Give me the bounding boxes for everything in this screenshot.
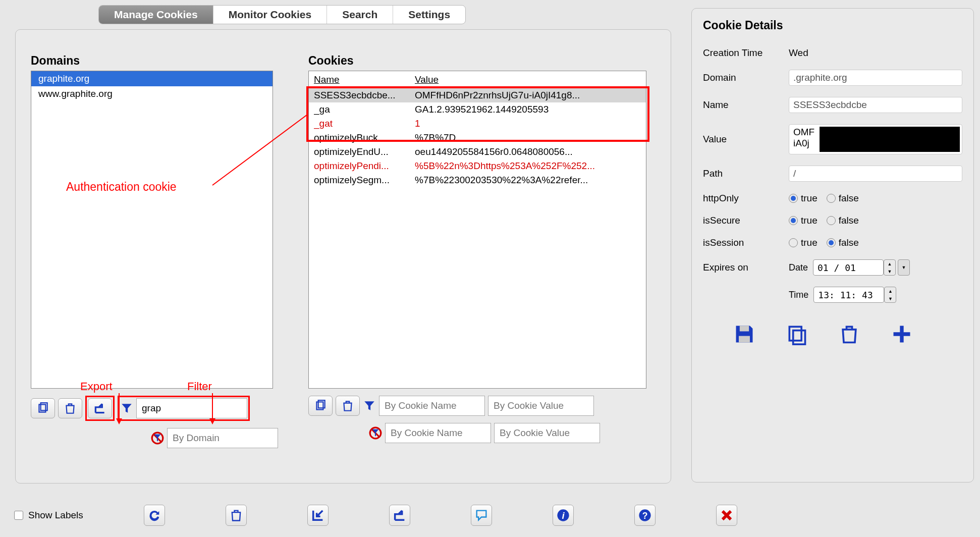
delete-button[interactable] [58, 398, 82, 418]
cookie-row[interactable]: optimizelyPendi...%5B%22n%3Dhttps%253A%2… [309, 159, 646, 173]
tab-manage-cookies[interactable]: Manage Cookies [99, 6, 213, 24]
annotation-filter: Filter [187, 380, 212, 393]
svg-rect-17 [793, 331, 805, 345]
field-date[interactable] [813, 259, 884, 276]
label-name: Name [703, 99, 789, 111]
plus-icon [891, 323, 913, 345]
domains-panel: Domains graphite.org www.graphite.org [31, 54, 293, 448]
filter-icon [120, 402, 133, 415]
field-time[interactable] [813, 287, 884, 303]
radio-issession-false[interactable]: false [827, 237, 859, 248]
col-name[interactable]: Name [314, 74, 415, 85]
cookies-table[interactable]: Name Value SSESS3ecbdcbe...OMFfHD6nPr2zn… [308, 71, 646, 389]
export-icon [393, 508, 407, 522]
field-path[interactable] [789, 166, 962, 182]
trash-icon [229, 508, 243, 522]
save-icon [733, 323, 755, 345]
info-button[interactable]: i [553, 505, 574, 526]
block-icon[interactable] [369, 426, 382, 440]
domain-row[interactable]: graphite.org [31, 71, 273, 86]
radio-issession-true[interactable]: true [789, 237, 818, 248]
svg-rect-14 [739, 336, 750, 343]
close-icon [720, 508, 734, 522]
block-name-input[interactable] [385, 423, 491, 443]
checkbox-icon[interactable] [14, 511, 23, 520]
export-highlight [85, 396, 115, 421]
refresh-button[interactable] [144, 505, 165, 526]
annotation-export: Export [80, 380, 113, 393]
show-labels-toggle[interactable]: Show Labels [14, 510, 83, 521]
block-icon[interactable] [151, 432, 164, 445]
radio-issecure-true[interactable]: true [789, 215, 818, 226]
label-expires: Expires on [703, 262, 789, 273]
filter-name-input[interactable] [379, 396, 485, 416]
help-button[interactable]: ? [634, 505, 656, 526]
label-time: Time [789, 290, 808, 300]
domains-list[interactable]: graphite.org www.graphite.org [31, 71, 273, 389]
label-domain: Domain [703, 72, 789, 83]
help-icon: ? [638, 508, 652, 522]
export-button[interactable] [88, 398, 112, 418]
import-button[interactable] [307, 505, 329, 526]
delete-detail-button[interactable] [838, 323, 860, 345]
filter-value-input[interactable] [488, 396, 594, 416]
svg-text:i: i [562, 510, 565, 521]
label-value: Value [703, 134, 789, 145]
cookie-highlight [306, 86, 649, 142]
trash-icon [838, 323, 860, 345]
details-title: Cookie Details [703, 19, 962, 32]
radio-httponly-true[interactable]: true [789, 193, 818, 204]
delete-all-button[interactable] [226, 505, 247, 526]
save-button[interactable] [733, 323, 755, 345]
tab-monitor-cookies[interactable]: Monitor Cookies [213, 6, 328, 24]
main-panel: Domains graphite.org www.graphite.org [15, 29, 671, 484]
domain-filter-input[interactable] [136, 398, 247, 418]
refresh-icon [147, 508, 161, 522]
comment-button[interactable] [471, 505, 492, 526]
field-name[interactable] [789, 97, 962, 113]
svg-rect-16 [789, 327, 801, 341]
cookie-details-panel: Cookie Details Creation TimeWed Domain N… [691, 8, 974, 482]
col-value[interactable]: Value [415, 74, 641, 85]
delete-cookie-button[interactable] [336, 396, 360, 416]
filter-icon [363, 399, 376, 412]
date-stepper[interactable]: ▲▼ [884, 259, 896, 276]
trash-icon [341, 399, 354, 412]
date-dropdown[interactable]: ▼ [898, 259, 910, 276]
info-icon: i [556, 508, 570, 522]
close-button[interactable] [716, 505, 737, 526]
cookie-row[interactable]: optimizelySegm...%7B%22300203530%22%3A%2… [309, 173, 646, 187]
bottom-toolbar: Show Labels i ? [14, 505, 737, 526]
radio-httponly-false[interactable]: false [827, 193, 859, 204]
label-path: Path [703, 168, 789, 179]
value-creation: Wed [789, 47, 808, 59]
by-domain-input[interactable] [167, 428, 278, 448]
copy-icon [314, 399, 327, 412]
tab-settings[interactable]: Settings [393, 6, 465, 24]
radio-issecure-false[interactable]: false [827, 215, 859, 226]
field-value[interactable]: OMF iA0j [789, 124, 962, 154]
cookie-row[interactable]: optimizelyEndU...oeu1449205584156r0.0648… [309, 145, 646, 159]
trash-icon [64, 402, 77, 415]
import-icon [311, 508, 325, 522]
show-labels-text: Show Labels [28, 510, 83, 521]
field-domain[interactable] [789, 70, 962, 86]
add-button[interactable] [891, 323, 913, 345]
domains-title: Domains [31, 54, 293, 68]
export-icon [93, 402, 106, 415]
annotation-auth: Authentication cookie [66, 180, 177, 194]
block-value-input[interactable] [494, 423, 600, 443]
tab-search[interactable]: Search [327, 6, 393, 24]
domain-row[interactable]: www.graphite.org [31, 86, 273, 101]
filter-highlight [118, 396, 250, 421]
tabs-bar: Manage Cookies Monitor Cookies Search Se… [98, 5, 466, 24]
speech-icon [474, 508, 488, 522]
copy-button[interactable] [31, 398, 55, 418]
export-all-button[interactable] [389, 505, 410, 526]
label-date: Date [789, 262, 808, 273]
copy-cookie-button[interactable] [308, 396, 333, 416]
time-stepper[interactable]: ▲▼ [884, 287, 896, 303]
label-httponly: httpOnly [703, 193, 789, 204]
redacted-overlay [820, 127, 960, 152]
duplicate-button[interactable] [786, 323, 808, 345]
